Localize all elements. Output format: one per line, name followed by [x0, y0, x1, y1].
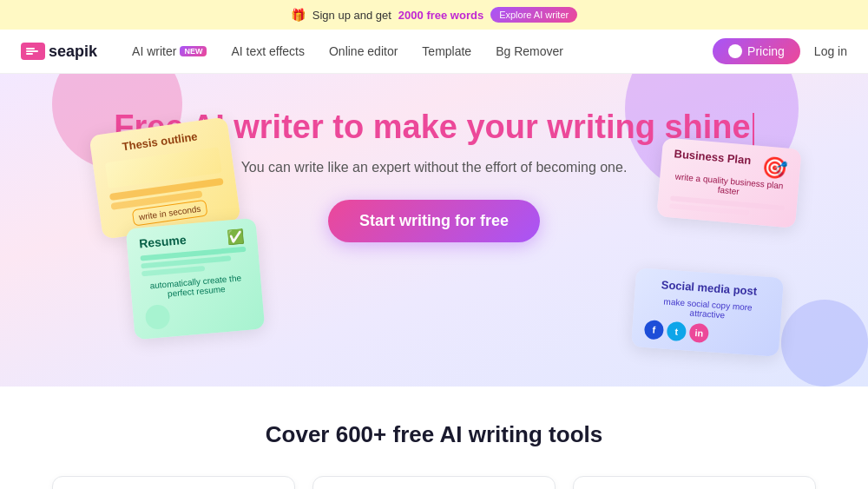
- resume-card: Resume ✅ automatically create the perfec…: [126, 218, 266, 340]
- top-banner: 🎁 Sign up and get 2000 free words Explor…: [0, 0, 868, 30]
- banner-text: Sign up and get: [312, 9, 391, 22]
- nav-item-bg-remover[interactable]: Bg Remover: [496, 44, 563, 58]
- resume-card-title: Resume: [139, 233, 187, 251]
- logo[interactable]: seapik: [21, 43, 97, 61]
- header: seapik AI writer NEW AI text effects Onl…: [0, 30, 868, 74]
- tool-card-blog: Best AI Blog Writer, Write Blogs In Seco…: [312, 476, 556, 489]
- logo-icon: [21, 43, 45, 60]
- pricing-icon: [728, 44, 742, 58]
- banner-highlight: 2000 free words: [398, 9, 483, 22]
- twitter-icon: t: [667, 321, 687, 341]
- tool-card-story: Free AI Story Generator And Plot Generat…: [573, 476, 816, 489]
- check-icon: ✅: [227, 228, 246, 248]
- svg-rect-0: [26, 48, 35, 50]
- svg-rect-2: [26, 53, 33, 55]
- start-writing-button[interactable]: Start writing for free: [328, 200, 540, 242]
- pricing-button[interactable]: Pricing: [713, 38, 800, 64]
- main-nav: AI writer NEW AI text effects Online edi…: [132, 44, 713, 58]
- nav-item-online-editor[interactable]: Online editor: [329, 44, 398, 58]
- social-card-sub: make social copy more attractive: [646, 295, 770, 323]
- tool-card-essay: Professional Essay Write Powered By AI (…: [52, 476, 295, 489]
- nav-item-ai-text-effects[interactable]: AI text effects: [231, 44, 305, 58]
- logo-text: seapik: [49, 43, 97, 61]
- resume-card-sub: automatically create the perfect resume: [142, 273, 249, 301]
- tool-cards-row: Professional Essay Write Powered By AI (…: [35, 476, 833, 489]
- login-button[interactable]: Log in: [814, 44, 847, 58]
- header-right: Pricing Log in: [713, 38, 847, 64]
- instagram-icon: in: [689, 323, 709, 343]
- business-card-title: Business Plan: [674, 147, 752, 167]
- facebook-icon: f: [644, 320, 664, 340]
- social-card: Social media post make social copy more …: [631, 268, 784, 357]
- explore-ai-writer-button[interactable]: Explore AI writer: [490, 7, 577, 23]
- blob-3: [781, 300, 868, 387]
- cursor-blink: [753, 113, 754, 146]
- social-icons-row: f t in: [644, 320, 768, 347]
- svg-rect-1: [26, 50, 38, 52]
- social-card-title: Social media post: [648, 277, 772, 299]
- business-card: Business Plan 🎯 write a quality business…: [656, 137, 801, 228]
- tools-section: Cover 600+ free AI writing tools Profess…: [0, 387, 868, 489]
- gift-icon: 🎁: [291, 8, 306, 22]
- tools-title: Cover 600+ free AI writing tools: [35, 421, 833, 448]
- nav-item-ai-writer[interactable]: AI writer NEW: [132, 44, 207, 58]
- nav-item-template[interactable]: Template: [422, 44, 471, 58]
- hero-section: Thesis outline write in seconds Business…: [0, 74, 868, 387]
- target-icon: 🎯: [761, 155, 789, 182]
- new-badge: NEW: [180, 46, 207, 56]
